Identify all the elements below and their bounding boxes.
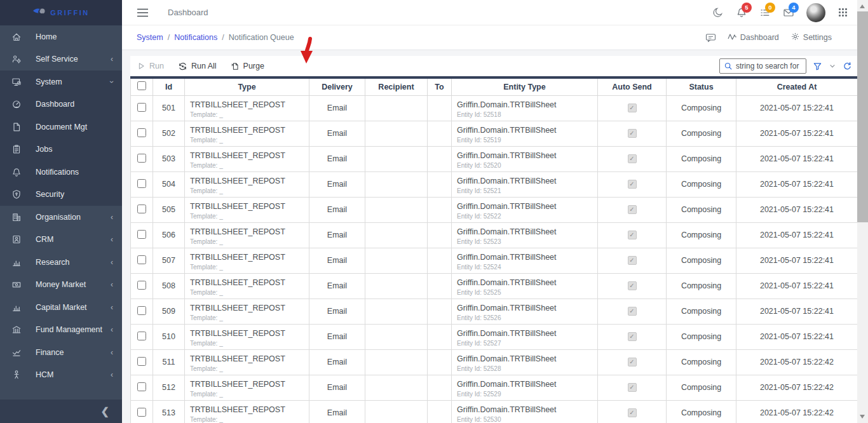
- cell-entity-type: Griffin.Domain.TRTBillSheetEntity Id: 52…: [452, 400, 598, 423]
- filter-chevron-down-icon[interactable]: [829, 62, 836, 70]
- sidebar-item-system[interactable]: System›: [0, 70, 122, 93]
- logo[interactable]: GRIFFIN: [0, 0, 122, 25]
- row-checkbox[interactable]: [137, 332, 146, 340]
- table-row[interactable]: 512TRTBILLSHEET_REPOSTTemplate: _EmailGr…: [131, 375, 858, 400]
- chevron-left-icon: ‹: [111, 371, 113, 379]
- sidebar-item-label: Dashboard: [36, 100, 113, 109]
- cell-select: [131, 146, 153, 171]
- cell-id: 506: [153, 222, 185, 248]
- run-all-button[interactable]: Run All: [178, 62, 217, 71]
- sidebar-item-home[interactable]: Home: [0, 25, 122, 48]
- table-row[interactable]: 502TRTBILLSHEET_REPOSTTemplate: _EmailGr…: [131, 121, 858, 146]
- feedback-comment-icon[interactable]: [705, 33, 716, 43]
- row-checkbox[interactable]: [137, 154, 146, 163]
- row-checkbox[interactable]: [137, 128, 146, 137]
- entity-id-subtext: Entity Id: 52521: [457, 187, 597, 194]
- row-checkbox[interactable]: [137, 408, 146, 417]
- column-header-recipient[interactable]: Recipient: [365, 79, 428, 95]
- column-header-id[interactable]: Id: [153, 79, 185, 95]
- table-row[interactable]: 513TRTBILLSHEET_REPOSTTemplate: _EmailGr…: [131, 400, 858, 423]
- bell-badge: 5: [742, 3, 752, 13]
- cell-select: [131, 324, 153, 349]
- refresh-icon[interactable]: [843, 62, 852, 71]
- scrollbar-thumb[interactable]: [857, 11, 868, 222]
- sidebar-item-self-service[interactable]: Self Service‹: [0, 48, 122, 71]
- column-header-status[interactable]: Status: [667, 79, 736, 95]
- column-header-entity-type[interactable]: Entity Type: [452, 79, 598, 95]
- breadcrumb-system[interactable]: System: [137, 33, 163, 42]
- auto-send-checkbox-disabled: ✓: [628, 180, 637, 189]
- breadcrumb-notifications[interactable]: Notifications: [174, 33, 217, 42]
- apps-grid-icon[interactable]: [837, 7, 848, 18]
- sidebar-item-finance[interactable]: Finance‹: [0, 341, 122, 364]
- row-checkbox[interactable]: [137, 255, 146, 264]
- run-button[interactable]: Run: [137, 62, 164, 70]
- scrollbar-up-arrow[interactable]: [860, 4, 865, 8]
- purge-button[interactable]: Purge: [231, 62, 264, 71]
- cell-type: TRTBILLSHEET_REPOSTTemplate: _: [185, 349, 309, 375]
- breadcrumb-bar: System / Notifications / Notification Qu…: [122, 25, 857, 50]
- cell-created-at: 2021-05-07 15:22:41: [736, 171, 858, 197]
- sidebar-item-crm[interactable]: CRM‹: [0, 229, 122, 252]
- table-row[interactable]: 509TRTBILLSHEET_REPOSTTemplate: _EmailGr…: [131, 299, 858, 324]
- table-row[interactable]: 504TRTBILLSHEET_REPOSTTemplate: _EmailGr…: [131, 171, 858, 197]
- table-row[interactable]: 508TRTBILLSHEET_REPOSTTemplate: _EmailGr…: [131, 273, 858, 299]
- table-row[interactable]: 501TRTBILLSHEET_REPOSTTemplate: _EmailGr…: [131, 95, 858, 121]
- table-row[interactable]: 505TRTBILLSHEET_REPOSTTemplate: _EmailGr…: [131, 197, 858, 222]
- cell-auto-send: ✓: [598, 171, 667, 197]
- sidebar-item-hcm[interactable]: HCM‹: [0, 364, 122, 387]
- entity-type-value: Griffin.Domain.TRTBillSheet: [457, 405, 597, 415]
- row-checkbox[interactable]: [137, 103, 146, 112]
- row-checkbox[interactable]: [137, 205, 146, 213]
- column-header-type[interactable]: Type: [185, 79, 309, 95]
- column-header-created-at[interactable]: Created At: [736, 79, 858, 95]
- cell-type: TRTBILLSHEET_REPOSTTemplate: _: [185, 400, 309, 423]
- search-input[interactable]: [736, 62, 802, 70]
- row-checkbox[interactable]: [137, 179, 146, 188]
- row-checkbox[interactable]: [137, 306, 146, 315]
- cell-delivery: Email: [309, 400, 365, 423]
- sidebar-item-notifications[interactable]: Notifications: [0, 161, 122, 184]
- table-row[interactable]: 511TRTBILLSHEET_REPOSTTemplate: _EmailGr…: [131, 349, 858, 375]
- table-row[interactable]: 507TRTBILLSHEET_REPOSTTemplate: _EmailGr…: [131, 248, 858, 273]
- filter-funnel-icon[interactable]: [813, 62, 822, 71]
- cell-id: 505: [153, 197, 185, 222]
- sidebar-item-document-mgt[interactable]: Document Mgt: [0, 116, 122, 138]
- select-all-checkbox[interactable]: [137, 81, 146, 90]
- sidebar-item-organisation[interactable]: Organisation‹: [0, 206, 122, 229]
- cell-to: [428, 273, 452, 299]
- scrollbar-down-arrow[interactable]: [860, 415, 865, 419]
- column-header-auto-send[interactable]: Auto Send: [598, 79, 667, 95]
- sidebar-item-money-market[interactable]: Money Market‹: [0, 274, 122, 297]
- table-row[interactable]: 506TRTBILLSHEET_REPOSTTemplate: _EmailGr…: [131, 222, 858, 248]
- row-checkbox[interactable]: [137, 281, 146, 290]
- hamburger-menu-icon[interactable]: [137, 8, 149, 18]
- notification-queue-table: IdTypeDeliveryRecipientToEntity TypeAuto…: [130, 79, 857, 423]
- table-header-row: IdTypeDeliveryRecipientToEntity TypeAuto…: [131, 79, 858, 95]
- column-header-to[interactable]: To: [428, 79, 452, 95]
- sidebar-item-research[interactable]: Research‹: [0, 251, 122, 274]
- sidebar-collapse-icon[interactable]: ❮: [101, 405, 109, 417]
- row-checkbox[interactable]: [137, 357, 146, 366]
- vertical-scrollbar[interactable]: [857, 0, 868, 423]
- notifications-bell-icon[interactable]: 5: [736, 7, 747, 18]
- cell-type: TRTBILLSHEET_REPOSTTemplate: _: [185, 375, 309, 400]
- sidebar-item-dashboard[interactable]: Dashboard: [0, 93, 122, 116]
- template-subtext: Template: _: [190, 187, 309, 194]
- sidebar-item-fund-management[interactable]: Fund Management‹: [0, 319, 122, 342]
- sidebar-item-label: Home: [36, 32, 113, 41]
- settings-link[interactable]: Settings: [790, 32, 832, 43]
- sidebar-item-jobs[interactable]: Jobs: [0, 138, 122, 161]
- row-checkbox[interactable]: [137, 230, 146, 239]
- sidebar-item-capital-market[interactable]: Capital Market‹: [0, 296, 122, 319]
- table-row[interactable]: 503TRTBILLSHEET_REPOSTTemplate: _EmailGr…: [131, 146, 858, 171]
- column-header-delivery[interactable]: Delivery: [309, 79, 365, 95]
- sidebar-item-security[interactable]: Security: [0, 184, 122, 206]
- table-row[interactable]: 510TRTBILLSHEET_REPOSTTemplate: _EmailGr…: [131, 324, 858, 349]
- dark-mode-moon-icon[interactable]: [712, 7, 724, 18]
- user-avatar[interactable]: [806, 3, 825, 22]
- task-list-icon[interactable]: 0: [759, 7, 771, 18]
- row-checkbox[interactable]: [137, 382, 146, 391]
- dashboard-link[interactable]: Dashboard: [728, 32, 779, 43]
- mail-icon[interactable]: 4: [783, 7, 794, 18]
